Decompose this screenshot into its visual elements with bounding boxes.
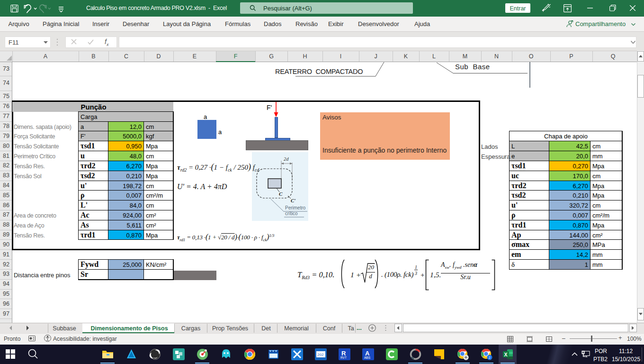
svg-text:202: 202 (317, 353, 324, 357)
svg-text:RVT: RVT (340, 356, 347, 359)
svg-text:C': C' (291, 198, 295, 203)
svg-text:2: 2 (489, 356, 491, 359)
svg-text:C: C (279, 191, 283, 197)
svg-text:Perimetro: Perimetro (285, 205, 306, 210)
svg-text:crítico: crítico (285, 211, 298, 216)
svg-text:X: X (504, 352, 508, 357)
svg-text:2d: 2d (284, 156, 289, 162)
svg-text:ABS: ABS (364, 356, 371, 359)
